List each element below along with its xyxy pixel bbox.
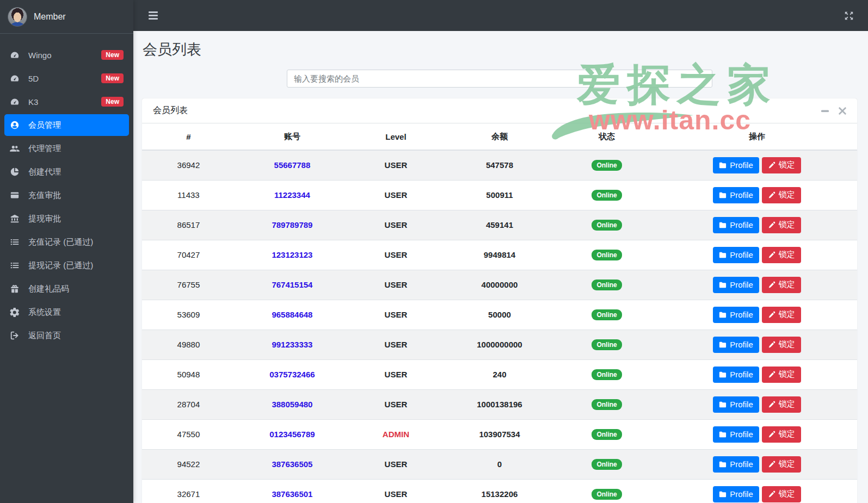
account-link[interactable]: 387636501 bbox=[272, 489, 312, 499]
sidebar-item-recharge-approval[interactable]: 充值审批 bbox=[4, 184, 129, 206]
tachometer-icon bbox=[10, 49, 22, 60]
profile-button[interactable]: Profile bbox=[713, 307, 759, 323]
member-balance: 50000 bbox=[442, 300, 557, 330]
avatar[interactable] bbox=[8, 7, 27, 27]
folder-icon bbox=[719, 281, 727, 289]
lock-button[interactable]: 锁定 bbox=[762, 396, 801, 413]
table-row: 28704388059480USER1000138196OnlineProfil… bbox=[142, 389, 857, 419]
status-badge: Online bbox=[592, 429, 621, 440]
account-link[interactable]: 789789789 bbox=[272, 220, 312, 229]
lock-button[interactable]: 锁定 bbox=[762, 307, 801, 323]
account-link[interactable]: 991233333 bbox=[272, 340, 312, 349]
lock-button[interactable]: 锁定 bbox=[762, 247, 801, 263]
sidebar-item-k3[interactable]: K3New bbox=[4, 91, 129, 113]
user-name[interactable]: Member bbox=[34, 12, 66, 22]
status-badge: Online bbox=[592, 339, 621, 350]
member-level: USER bbox=[349, 479, 442, 503]
card-title: 会员列表 bbox=[153, 105, 188, 116]
minimize-icon[interactable] bbox=[821, 107, 829, 115]
account-link[interactable]: 11223344 bbox=[274, 190, 310, 200]
member-level: USER bbox=[349, 150, 442, 180]
sidebar-item-system-settings[interactable]: 系统设置 bbox=[4, 301, 129, 323]
close-icon[interactable] bbox=[839, 107, 846, 115]
lock-button[interactable]: 锁定 bbox=[762, 456, 801, 473]
profile-button[interactable]: Profile bbox=[713, 247, 759, 263]
lock-button[interactable]: 锁定 bbox=[762, 277, 801, 293]
list-icon bbox=[10, 237, 22, 247]
column-header: 状态 bbox=[557, 123, 657, 150]
lock-button[interactable]: 锁定 bbox=[762, 187, 801, 203]
lock-button[interactable]: 锁定 bbox=[762, 367, 801, 383]
gear-icon bbox=[10, 307, 22, 318]
account-link[interactable]: 55667788 bbox=[274, 160, 311, 170]
member-balance: 0 bbox=[442, 449, 557, 479]
gift-icon bbox=[10, 283, 22, 294]
sidebar-item-recharge-records[interactable]: 充值记录 (已通过) bbox=[4, 231, 129, 253]
sidebar-user-panel: Member bbox=[0, 0, 133, 34]
lock-button[interactable]: 锁定 bbox=[762, 157, 801, 173]
account-link[interactable]: 0375732466 bbox=[269, 370, 315, 379]
account-link[interactable]: 123123123 bbox=[272, 250, 312, 259]
sidebar-item-back-home[interactable]: 返回首页 bbox=[4, 325, 129, 346]
pencil-icon bbox=[768, 371, 775, 378]
member-level: USER bbox=[349, 180, 442, 210]
sidebar-item-agent-management[interactable]: 代理管理 bbox=[4, 138, 129, 159]
lock-button[interactable]: 锁定 bbox=[762, 337, 801, 353]
folder-icon bbox=[719, 162, 727, 169]
content-area: 会员列表 会员列表 #账号Level余额状态操作 3694255667788US… bbox=[133, 31, 868, 503]
sidebar-item-create-agent[interactable]: 创建代理 bbox=[4, 161, 129, 183]
member-id: 36942 bbox=[142, 150, 235, 180]
fullscreen-icon[interactable] bbox=[844, 11, 854, 21]
list-icon bbox=[10, 260, 22, 271]
profile-button[interactable]: Profile bbox=[713, 157, 759, 173]
card-header: 会员列表 bbox=[142, 98, 857, 123]
profile-button[interactable]: Profile bbox=[713, 426, 759, 443]
account-link[interactable]: 767415154 bbox=[272, 280, 312, 289]
member-id: 53609 bbox=[142, 300, 235, 330]
account-link[interactable]: 0123456789 bbox=[269, 430, 315, 439]
profile-button[interactable]: Profile bbox=[713, 187, 759, 203]
member-list-card: 会员列表 #账号Level余额状态操作 3694255667788USER547… bbox=[142, 98, 857, 503]
sidebar-item-label: 系统设置 bbox=[28, 307, 61, 318]
status-badge: Online bbox=[592, 160, 621, 171]
account-link[interactable]: 965884648 bbox=[272, 310, 312, 319]
lock-button[interactable]: 锁定 bbox=[762, 486, 801, 502]
pencil-icon bbox=[768, 221, 775, 229]
profile-button[interactable]: Profile bbox=[713, 277, 759, 293]
sidebar-item-5d[interactable]: 5DNew bbox=[4, 67, 129, 89]
sidebar-item-label: 提现审批 bbox=[28, 214, 61, 224]
member-id: 76755 bbox=[142, 270, 235, 300]
profile-button[interactable]: Profile bbox=[713, 217, 759, 233]
profile-button[interactable]: Profile bbox=[713, 486, 759, 502]
lock-button[interactable]: 锁定 bbox=[762, 426, 801, 443]
folder-icon bbox=[719, 401, 727, 408]
profile-button[interactable]: Profile bbox=[713, 337, 759, 353]
lock-button[interactable]: 锁定 bbox=[762, 217, 801, 233]
search-input[interactable] bbox=[287, 70, 712, 88]
sidebar-item-withdraw-records[interactable]: 提现记录 (已通过) bbox=[4, 254, 129, 276]
sidebar-item-create-gift-code[interactable]: 创建礼品码 bbox=[4, 278, 129, 300]
profile-button[interactable]: Profile bbox=[713, 456, 759, 473]
tachometer-icon bbox=[10, 73, 22, 84]
account-link[interactable]: 387636505 bbox=[272, 459, 312, 469]
profile-button[interactable]: Profile bbox=[713, 396, 759, 413]
sidebar-menu: WingoNew5DNewK3New会员管理代理管理创建代理充值审批提现审批充值… bbox=[0, 34, 133, 348]
hamburger-menu-icon[interactable] bbox=[146, 9, 160, 22]
tachometer-icon bbox=[10, 96, 22, 107]
sidebar-item-withdraw-approval[interactable]: 提现审批 bbox=[4, 208, 129, 229]
member-table: #账号Level余额状态操作 3694255667788USER547578On… bbox=[142, 123, 857, 503]
pencil-icon bbox=[768, 281, 775, 289]
sidebar-item-wingo[interactable]: WingoNew bbox=[4, 44, 129, 66]
status-badge: Online bbox=[592, 220, 621, 231]
column-header: 操作 bbox=[657, 123, 857, 150]
status-badge: Online bbox=[592, 369, 621, 380]
status-badge: Online bbox=[592, 489, 621, 500]
profile-button[interactable]: Profile bbox=[713, 367, 759, 383]
folder-icon bbox=[719, 431, 727, 438]
column-header: 余额 bbox=[442, 123, 557, 150]
account-link[interactable]: 388059480 bbox=[272, 400, 312, 409]
sidebar-item-member-management[interactable]: 会员管理 bbox=[4, 114, 129, 136]
pencil-icon bbox=[768, 490, 775, 498]
member-id: 70427 bbox=[142, 240, 235, 270]
member-id: 32671 bbox=[142, 479, 235, 503]
